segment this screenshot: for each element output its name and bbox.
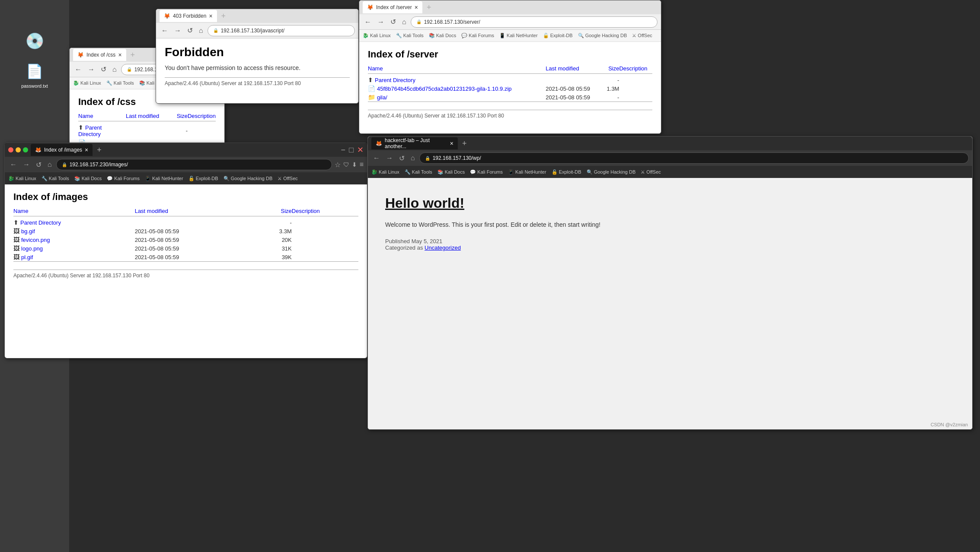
css-reload-btn[interactable]: ↺: [99, 64, 108, 74]
forbidden-address-bar[interactable]: 🔒 192.168.157.130/javascript/: [207, 25, 355, 36]
css-col-name[interactable]: Name: [78, 113, 117, 121]
bm-kali-nethunter-wp[interactable]: 📱 Kali NetHunter: [508, 169, 546, 175]
css-tab-new[interactable]: +: [128, 51, 138, 60]
bm-kali-forums-srv[interactable]: 💬 Kali Forums: [461, 33, 494, 38]
wp-reload-btn[interactable]: ↺: [397, 153, 406, 163]
server-tab-new[interactable]: +: [424, 3, 434, 12]
css-col-size[interactable]: Size: [170, 113, 188, 121]
images-star-icon[interactable]: ☆: [335, 161, 341, 169]
images-col-name[interactable]: Name: [13, 208, 126, 216]
bm-google-hacking-img[interactable]: 🔍 Google Hacking DB: [223, 176, 273, 181]
forbidden-back-btn[interactable]: ←: [160, 26, 170, 35]
images-back-btn[interactable]: ←: [8, 160, 19, 169]
css-tab-close[interactable]: ×: [118, 51, 121, 58]
desktop-icon-disk[interactable]: 💿: [4, 30, 65, 52]
fevicon-png-link[interactable]: fevicon.png: [21, 237, 50, 243]
wp-tab-new[interactable]: +: [460, 139, 469, 148]
forbidden-reload-btn[interactable]: ↺: [185, 25, 195, 35]
bm-offsec-srv[interactable]: ⚔ OffSec: [632, 33, 652, 38]
images-x-icon[interactable]: ✕: [357, 145, 364, 155]
bm-kali-docs-img[interactable]: 📚 Kali Docs: [74, 176, 102, 181]
images-home-btn[interactable]: ⌂: [46, 160, 54, 169]
parent-dir-link-img[interactable]: Parent Directory: [20, 219, 61, 226]
forbidden-home-btn[interactable]: ⌂: [197, 26, 205, 35]
forbidden-tab-close[interactable]: ×: [209, 13, 212, 19]
images-forward-btn[interactable]: →: [21, 160, 32, 169]
server-col-name[interactable]: Name: [368, 65, 537, 74]
gila-dir-link[interactable]: gila/: [377, 94, 387, 101]
images-reload-btn[interactable]: ↺: [34, 160, 43, 170]
wp-tab-close[interactable]: ×: [450, 140, 453, 147]
bm-google-hacking-wp[interactable]: 🔍 Google Hacking DB: [587, 169, 636, 175]
bm-kali-linux-css[interactable]: 🐉 Kali Linux: [73, 80, 101, 86]
css-col-date[interactable]: Last modified: [117, 113, 170, 121]
bm-kali-linux-img[interactable]: 🐉 Kali Linux: [8, 176, 36, 181]
server-home-btn[interactable]: ⌂: [400, 17, 408, 27]
wp-back-btn[interactable]: ←: [371, 153, 382, 163]
images-address-bar[interactable]: 🔒 192.168.157.230/images/: [56, 159, 332, 170]
wp-tab-active[interactable]: 🦊 hackerctf-lab – Just another... ×: [371, 137, 458, 149]
bm-exploit-db-srv[interactable]: 🔓 Exploit-DB: [543, 33, 573, 38]
bm-kali-tools-img[interactable]: 🔧 Kali Tools: [41, 176, 69, 181]
wp-titlebar: 🦊 hackerctf-lab – Just another... × +: [368, 136, 972, 150]
server-reload-btn[interactable]: ↺: [389, 17, 398, 27]
css-back-btn[interactable]: ←: [73, 65, 83, 74]
bm-kali-docs-wp[interactable]: 📚 Kali Docs: [437, 169, 465, 175]
server-back-btn[interactable]: ←: [363, 17, 373, 27]
bm-kali-docs-srv[interactable]: 📚 Kali Docs: [429, 33, 456, 38]
bm-kali-linux-wp[interactable]: 🐉 Kali Linux: [371, 169, 399, 175]
bm-exploit-db-wp[interactable]: 🔓 Exploit-DB: [552, 169, 581, 175]
forbidden-tab-active[interactable]: 🦊 403 Forbidden ×: [160, 10, 217, 22]
desktop-icon-password[interactable]: 📄 password.txt: [4, 60, 65, 89]
bm-kali-tools-srv[interactable]: 🔧 Kali Tools: [396, 33, 424, 38]
images-tab-close[interactable]: ×: [85, 146, 88, 153]
css-tab-active[interactable]: 🦊 Index of /css ×: [73, 49, 126, 61]
css-forward-btn[interactable]: →: [86, 65, 96, 74]
bm-exploit-db-img[interactable]: 🔓 Exploit-DB: [188, 176, 218, 181]
bm-kali-linux-srv[interactable]: 🐉 Kali Linux: [363, 33, 391, 38]
parent-dir-link-srv[interactable]: Parent Directory: [375, 77, 415, 83]
bg-gif-link[interactable]: bg.gif: [21, 228, 35, 235]
gila-zip-link[interactable]: 45f8b764b45cdb6d75cda2ab01231293-gila-1.…: [377, 86, 512, 92]
file-icon-bg: 🖼: [13, 228, 19, 235]
server-forward-btn[interactable]: →: [376, 17, 386, 27]
images-page-content: Index of /images Name Last modified Size…: [5, 184, 367, 358]
images-max-btn[interactable]: [23, 147, 28, 152]
server-col-size[interactable]: Size: [600, 65, 619, 74]
images-col-size[interactable]: Size: [252, 208, 292, 216]
bm-kali-tools-wp[interactable]: 🔧 Kali Tools: [405, 169, 432, 175]
css-home-btn[interactable]: ⌂: [111, 65, 118, 74]
bm-offsec-img[interactable]: ⚔ OffSec: [278, 176, 297, 181]
images-col-date[interactable]: Last modified: [126, 208, 252, 216]
bm-kali-tools-css[interactable]: 🔧 Kali Tools: [106, 80, 134, 86]
server-address-bar[interactable]: 🔒 192.168.157.130/server/: [411, 16, 658, 28]
wp-address-bar[interactable]: 🔒 192.168.157.130/wp/: [419, 152, 969, 164]
bm-google-hacking-srv[interactable]: 🔍 Google Hacking DB: [578, 33, 627, 38]
bm-offsec-wp[interactable]: ⚔ OffSec: [641, 169, 661, 175]
bm-kali-nethunter-img[interactable]: 📱 Kali NetHunter: [145, 176, 183, 181]
bm-kali-forums-img[interactable]: 💬 Kali Forums: [107, 176, 140, 181]
forbidden-tab-new[interactable]: +: [219, 12, 229, 21]
logo-png-link[interactable]: logo.png: [21, 245, 43, 252]
pl-gif-link[interactable]: pl.gif: [21, 254, 33, 260]
bm-kali-forums-wp[interactable]: 💬 Kali Forums: [470, 169, 503, 175]
server-tab-close[interactable]: ×: [415, 4, 418, 11]
images-tab-active[interactable]: 🦊 Index of /images ×: [31, 144, 93, 156]
images-maximize-icon[interactable]: □: [349, 146, 354, 155]
images-tab-new[interactable]: +: [94, 146, 104, 155]
wp-category-link[interactable]: Uncategorized: [425, 244, 461, 251]
images-browser-window: 🦊 Index of /images × + − □ ✕ ← → ↺ ⌂ 🔒 1…: [4, 143, 367, 358]
table-row: ⬆Parent Directory -: [13, 218, 358, 227]
images-close-btn[interactable]: [8, 147, 13, 152]
server-col-date[interactable]: Last modified: [537, 65, 599, 74]
images-menu-icon[interactable]: ≡: [360, 161, 364, 168]
images-min-btn[interactable]: [16, 147, 21, 152]
wp-forward-btn[interactable]: →: [384, 153, 395, 163]
wp-published: Published May 5, 2021 Categorized as Unc…: [385, 238, 955, 251]
forbidden-forward-btn[interactable]: →: [172, 26, 183, 35]
wp-home-btn[interactable]: ⌂: [409, 153, 417, 163]
images-download-icon[interactable]: ⬇: [352, 161, 357, 168]
images-minimize-icon[interactable]: −: [341, 146, 346, 155]
server-tab-active[interactable]: 🦊 Index of /server ×: [363, 1, 422, 13]
bm-kali-nethunter-srv[interactable]: 📱 Kali NetHunter: [499, 33, 538, 38]
